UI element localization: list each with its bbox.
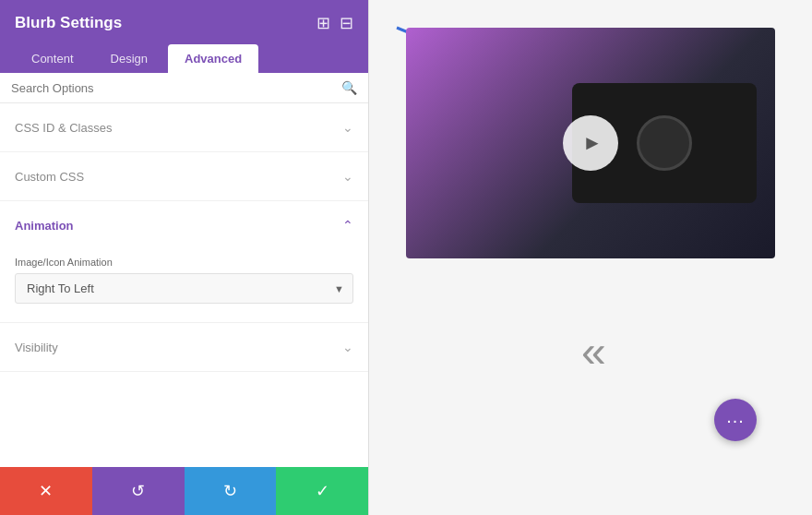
section-visibility-header[interactable]: Visibility ⌄ bbox=[0, 323, 368, 371]
video-overlay: ► bbox=[406, 28, 775, 258]
redo-icon: ↻ bbox=[223, 481, 237, 501]
sidebar-header: Blurb Settings ⊞ ⊟ Content Design Advanc… bbox=[0, 0, 368, 73]
video-thumbnail: ► bbox=[406, 28, 775, 258]
chevron-down-icon: ⌄ bbox=[342, 120, 353, 135]
tab-design[interactable]: Design bbox=[94, 44, 164, 73]
search-row: 🔍 bbox=[0, 73, 368, 103]
bottom-toolbar: ✕ ↺ ↻ ✓ bbox=[0, 467, 368, 515]
play-icon: ► bbox=[582, 131, 603, 155]
undo-button[interactable]: ↺ bbox=[92, 467, 185, 515]
chevron-down-icon-3: ⌄ bbox=[342, 340, 353, 354]
section-css-id-classes-header[interactable]: CSS ID & Classes ⌄ bbox=[0, 103, 368, 151]
section-visibility-label: Visibility bbox=[15, 341, 58, 354]
fab-button[interactable]: ··· bbox=[714, 399, 757, 441]
section-animation-label: Animation bbox=[15, 219, 74, 233]
sections-container: CSS ID & Classes ⌄ Custom CSS ⌄ Animatio… bbox=[0, 103, 368, 467]
search-input[interactable] bbox=[11, 81, 341, 95]
redo-button[interactable]: ↻ bbox=[185, 467, 277, 515]
section-animation: Animation ⌃ Image/Icon Animation Right T… bbox=[0, 201, 368, 323]
sidebar-title: Blurb Settings bbox=[15, 14, 122, 32]
save-icon: ✓ bbox=[316, 481, 329, 501]
section-animation-content: Image/Icon Animation Right To Left Left … bbox=[0, 249, 368, 322]
sidebar: Blurb Settings ⊞ ⊟ Content Design Advanc… bbox=[0, 0, 369, 515]
section-custom-css-header[interactable]: Custom CSS ⌄ bbox=[0, 152, 368, 200]
chevron-up-icon: ⌃ bbox=[342, 218, 353, 233]
chevron-down-icon-2: ⌄ bbox=[342, 169, 353, 184]
main-area: ► « ··· bbox=[369, 0, 812, 515]
section-visibility: Visibility ⌄ bbox=[0, 323, 368, 372]
animation-select[interactable]: Right To Left Left To Right Top To Botto… bbox=[15, 273, 353, 304]
cancel-icon: ✕ bbox=[39, 481, 53, 501]
animation-select-wrapper: Right To Left Left To Right Top To Botto… bbox=[15, 273, 353, 304]
undo-icon: ↺ bbox=[131, 481, 145, 501]
section-animation-header[interactable]: Animation ⌃ bbox=[0, 201, 368, 249]
section-css-id-classes: CSS ID & Classes ⌄ bbox=[0, 103, 368, 152]
header-icons: ⊞ ⊟ bbox=[316, 13, 353, 33]
play-button[interactable]: ► bbox=[563, 115, 618, 171]
search-icon: 🔍 bbox=[341, 80, 357, 95]
section-custom-css-label: Custom CSS bbox=[15, 170, 84, 184]
section-custom-css: Custom CSS ⌄ bbox=[0, 152, 368, 201]
save-button[interactable]: ✓ bbox=[276, 467, 368, 515]
animation-field-label: Image/Icon Animation bbox=[15, 257, 353, 268]
tab-row: Content Design Advanced bbox=[15, 44, 353, 73]
tab-content[interactable]: Content bbox=[15, 44, 90, 73]
collapse-icon[interactable]: ⊟ bbox=[340, 13, 353, 33]
tab-advanced[interactable]: Advanced bbox=[168, 44, 258, 73]
chevron-double-icon: « bbox=[581, 326, 606, 377]
section-css-id-classes-label: CSS ID & Classes bbox=[15, 121, 112, 135]
cancel-button[interactable]: ✕ bbox=[0, 467, 92, 515]
expand-icon[interactable]: ⊞ bbox=[316, 13, 330, 33]
fab-icon: ··· bbox=[726, 410, 745, 431]
